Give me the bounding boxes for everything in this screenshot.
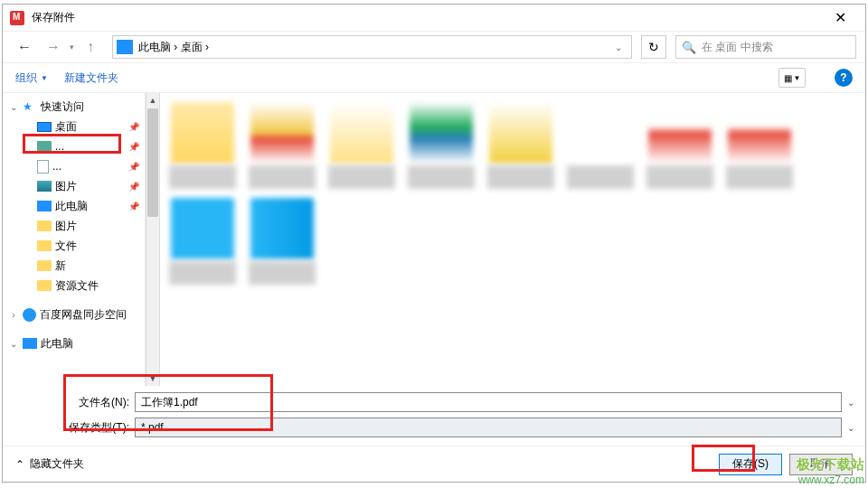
file-item[interactable] <box>563 102 637 192</box>
app-icon <box>10 11 24 25</box>
file-item[interactable] <box>245 102 319 192</box>
help-button[interactable]: ? <box>835 69 853 87</box>
file-item[interactable] <box>643 102 717 192</box>
toolbar: 组织▼ 新建文件夹 ▦ ▼ ? <box>3 62 865 93</box>
tree-folder-files[interactable]: 文件 <box>3 236 145 256</box>
address-dropdown-icon[interactable]: ⌄ <box>609 42 627 52</box>
window-title: 保存附件 <box>32 10 822 25</box>
tree-documents[interactable]: ...📌 <box>3 156 145 176</box>
tree-baidu[interactable]: ›百度网盘同步空间 <box>3 305 145 324</box>
nav-bar: ← → ▾ ↑ 此电脑 › 桌面 › ⌄ ↻ 🔍 在 桌面 中搜索 <box>3 32 865 62</box>
organize-menu[interactable]: 组织▼ <box>15 70 48 86</box>
search-placeholder: 在 桌面 中搜索 <box>702 40 773 55</box>
titlebar: 保存附件 ✕ <box>3 5 865 32</box>
sidebar-scrollbar[interactable]: ▲ ▼ <box>146 93 160 386</box>
tree-folder-res[interactable]: 资源文件 <box>3 276 145 296</box>
filename-dropdown-icon[interactable]: ⌄ <box>847 398 854 408</box>
tree-downloads[interactable]: ...📌 <box>3 136 145 156</box>
nav-forward-button[interactable]: → <box>41 34 66 60</box>
tree-desktop[interactable]: 桌面📌 <box>3 117 145 136</box>
dialog-footer: ⌃隐藏文件夹 保存(S) 取消 <box>3 446 865 482</box>
file-item[interactable] <box>245 198 319 288</box>
file-item[interactable] <box>722 102 797 192</box>
file-list-pane[interactable] <box>160 93 865 386</box>
filename-input[interactable] <box>135 392 842 412</box>
location-icon <box>117 40 133 54</box>
nav-up-button[interactable]: ↑ <box>78 34 103 60</box>
search-icon: 🔍 <box>682 41 696 54</box>
hide-folders-toggle[interactable]: ⌃隐藏文件夹 <box>15 456 84 472</box>
save-form: 文件名(N): ⌄ 保存类型(T): *.pdf ⌄ <box>3 386 865 440</box>
tree-folder-new[interactable]: 新 <box>3 256 145 276</box>
refresh-button[interactable]: ↻ <box>641 35 666 59</box>
tree-this-pc-2[interactable]: ⌄此电脑 <box>3 333 145 353</box>
filetype-combo[interactable]: *.pdf <box>135 418 842 437</box>
search-input[interactable]: 🔍 在 桌面 中搜索 <box>675 35 856 59</box>
tree-this-pc[interactable]: 此电脑📌 <box>3 196 145 216</box>
scroll-down-button[interactable]: ▼ <box>146 371 159 386</box>
view-options-button[interactable]: ▦ ▼ <box>778 68 806 88</box>
tree-quick-access[interactable]: ⌄★快速访问 <box>3 97 145 117</box>
filename-label: 文件名(N): <box>64 395 129 410</box>
scroll-up-button[interactable]: ▲ <box>146 93 159 108</box>
cancel-button[interactable]: 取消 <box>789 454 853 475</box>
filetype-dropdown-icon[interactable]: ⌄ <box>847 423 854 433</box>
tree-folder-pictures[interactable]: 图片 <box>3 216 145 236</box>
scroll-thumb[interactable] <box>147 108 158 217</box>
filetype-label: 保存类型(T): <box>64 420 129 436</box>
file-item[interactable] <box>165 102 240 192</box>
new-folder-button[interactable]: 新建文件夹 <box>64 70 118 86</box>
file-item[interactable] <box>484 102 558 192</box>
save-button[interactable]: 保存(S) <box>719 454 782 475</box>
file-item[interactable] <box>325 102 399 192</box>
chevron-up-icon: ⌃ <box>15 458 24 471</box>
sidebar-tree: ⌄★快速访问 桌面📌 ...📌 ...📌 图片📌 此电脑📌 图片 文件 新 资源… <box>3 93 146 386</box>
address-bar[interactable]: 此电脑 › 桌面 › ⌄ <box>112 35 632 59</box>
nav-back-button[interactable]: ← <box>12 34 37 60</box>
save-dialog: 保存附件 ✕ ← → ▾ ↑ 此电脑 › 桌面 › ⌄ ↻ 🔍 在 桌面 中搜索… <box>2 4 866 483</box>
filetype-value: *.pdf <box>141 421 835 434</box>
nav-history-dropdown[interactable]: ▾ <box>70 42 74 52</box>
breadcrumb-path[interactable]: 此电脑 › 桌面 › <box>138 40 609 55</box>
file-item[interactable] <box>165 198 240 288</box>
tree-pictures[interactable]: 图片📌 <box>3 176 145 196</box>
file-item[interactable] <box>404 102 478 192</box>
close-button[interactable]: ✕ <box>822 5 858 31</box>
